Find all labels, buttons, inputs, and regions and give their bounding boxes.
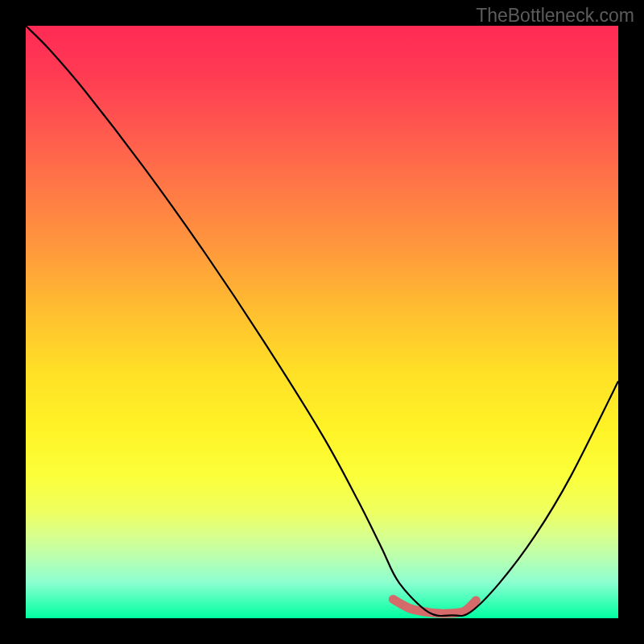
highlight-segment bbox=[393, 599, 476, 613]
chart-frame bbox=[26, 26, 618, 618]
watermark-text: TheBottleneck.com bbox=[476, 5, 634, 27]
chart-svg bbox=[26, 26, 618, 618]
bottleneck-curve bbox=[26, 26, 618, 616]
